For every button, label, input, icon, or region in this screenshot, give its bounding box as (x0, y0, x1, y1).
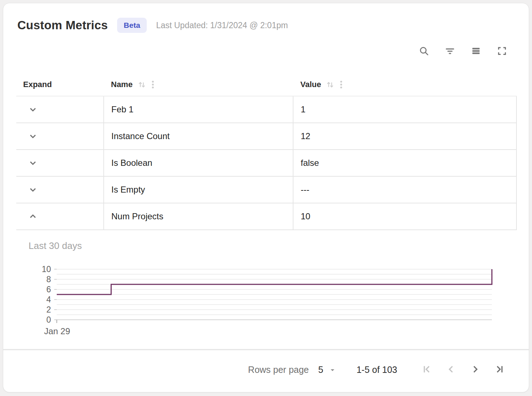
value-cell: --- (293, 177, 517, 203)
svg-text:8: 8 (46, 275, 51, 284)
grid-toolbar (3, 33, 529, 57)
filter-icon (445, 46, 455, 56)
fullscreen-icon (497, 46, 507, 56)
expand-cell (16, 150, 104, 177)
name-cell: Instance Count (104, 123, 293, 150)
table-footer: Rows per page 5 1-5 of 103 (3, 349, 529, 389)
value-cell: 1 (293, 96, 517, 123)
chevron-down-icon (27, 184, 38, 195)
expand-row-button[interactable] (27, 104, 38, 115)
row-detail-panel: Last 30 days 0246810Jan 29 (16, 230, 517, 349)
chevron-left-icon (446, 364, 456, 376)
rows-per-page-label: Rows per page (248, 365, 309, 375)
column-header-name[interactable]: Name (104, 73, 293, 96)
sort-icon[interactable] (137, 80, 147, 90)
page-title: Custom Metrics (17, 18, 108, 32)
pagination-nav (408, 365, 505, 375)
rows-per-page-select[interactable]: 5 (318, 365, 337, 375)
metrics-table: Expand Name Value (16, 73, 517, 349)
table-row: Num Projects 10 (16, 203, 517, 230)
chevron-up-icon (27, 211, 38, 222)
fullscreen-button[interactable] (496, 45, 508, 57)
expand-row-button[interactable] (27, 131, 38, 142)
value-cell: 10 (293, 203, 517, 230)
rows-per-page-value: 5 (318, 365, 323, 375)
card-header: Custom Metrics Beta Last Updated: 1/31/2… (3, 3, 529, 33)
custom-metrics-card: Custom Metrics Beta Last Updated: 1/31/2… (3, 3, 529, 392)
last-page-button[interactable] (494, 365, 505, 375)
table-row: Is Empty --- (16, 177, 517, 203)
pagination-range: 1-5 of 103 (356, 365, 397, 375)
column-header-value[interactable]: Value (293, 73, 517, 96)
value-cell: false (293, 150, 517, 177)
name-cell: Is Empty (104, 177, 293, 203)
column-label: Name (111, 80, 133, 89)
next-page-button[interactable] (470, 365, 481, 375)
filter-button[interactable] (444, 45, 456, 57)
name-cell: Num Projects (104, 203, 293, 230)
expand-cell (16, 177, 104, 203)
expand-cell (16, 96, 104, 123)
last-updated-text: Last Updated: 1/31/2024 @ 2:01pm (156, 21, 288, 30)
first-page-icon (421, 364, 432, 376)
chevron-down-icon (27, 131, 38, 142)
table-row: Feb 1 1 (16, 96, 517, 123)
svg-text:4: 4 (46, 295, 51, 304)
collapse-row-button[interactable] (27, 211, 38, 222)
expand-cell (16, 123, 104, 150)
first-page-button[interactable] (421, 365, 432, 375)
column-label: Expand (23, 80, 52, 89)
column-label: Value (300, 80, 321, 89)
sort-icon[interactable] (325, 80, 335, 90)
name-cell: Is Boolean (104, 150, 293, 177)
table-row: Instance Count 12 (16, 123, 517, 150)
dropdown-arrow-icon (328, 366, 337, 374)
density-icon (471, 46, 481, 56)
search-button[interactable] (418, 45, 430, 57)
expand-row-button[interactable] (27, 184, 38, 195)
chevron-down-icon (27, 104, 38, 115)
previous-page-button[interactable] (446, 365, 456, 375)
step-line-chart: 0246810Jan 29 (16, 230, 517, 349)
table-header-row: Expand Name Value (16, 73, 517, 96)
expand-cell (16, 203, 104, 230)
chevron-down-icon (27, 158, 38, 168)
value-cell: 12 (293, 123, 517, 150)
chevron-right-icon (470, 364, 481, 376)
density-button[interactable] (470, 45, 482, 57)
svg-text:Jan 29: Jan 29 (44, 326, 70, 336)
name-cell: Feb 1 (104, 96, 293, 123)
column-menu-icon[interactable] (151, 79, 155, 90)
svg-text:0: 0 (46, 315, 51, 324)
column-header-expand: Expand (16, 73, 104, 96)
expand-row-button[interactable] (27, 158, 38, 168)
last-page-icon (494, 364, 505, 376)
svg-text:6: 6 (46, 285, 51, 294)
svg-text:10: 10 (42, 264, 51, 274)
search-icon (419, 46, 429, 56)
svg-text:2: 2 (46, 305, 51, 314)
beta-badge: Beta (117, 18, 147, 33)
table-row: Is Boolean false (16, 150, 517, 177)
column-menu-icon[interactable] (339, 79, 343, 90)
